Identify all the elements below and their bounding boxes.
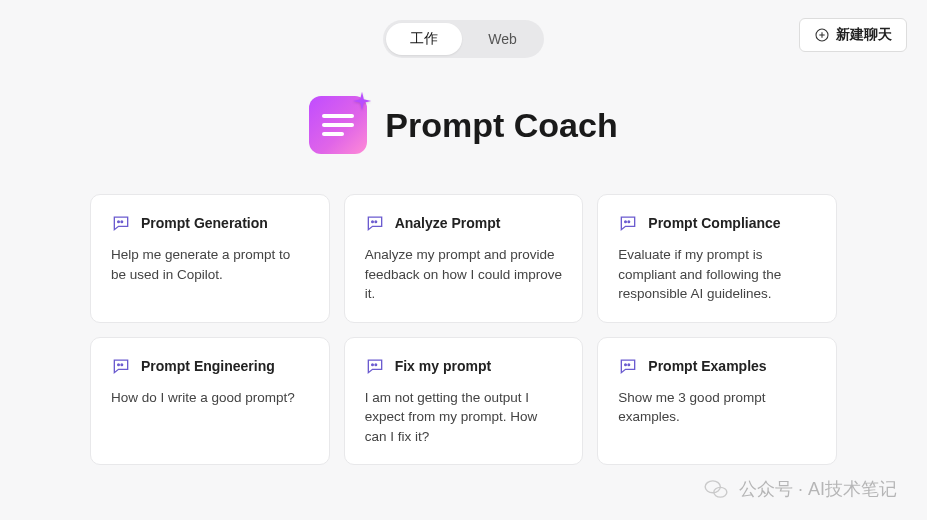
card-title: Prompt Examples bbox=[648, 358, 766, 374]
toggle-work[interactable]: 工作 bbox=[386, 23, 462, 55]
card-title: Analyze Prompt bbox=[395, 215, 501, 231]
header: 工作 Web 新建聊天 bbox=[0, 0, 927, 68]
svg-point-12 bbox=[375, 364, 377, 366]
svg-point-4 bbox=[121, 221, 123, 223]
svg-point-11 bbox=[371, 364, 373, 366]
card-title: Fix my prompt bbox=[395, 358, 491, 374]
card-desc: Analyze my prompt and provide feedback o… bbox=[365, 245, 563, 304]
card-title: Prompt Engineering bbox=[141, 358, 275, 374]
prompt-cards-grid: Prompt Generation Help me generate a pro… bbox=[0, 194, 927, 465]
watermark-text: 公众号 · AI技术笔记 bbox=[739, 477, 897, 501]
source-toggle: 工作 Web bbox=[383, 20, 544, 58]
page-title: Prompt Coach bbox=[385, 106, 617, 145]
chat-icon bbox=[111, 356, 131, 376]
svg-point-14 bbox=[628, 364, 630, 366]
plus-circle-icon bbox=[814, 27, 830, 43]
sparkle-icon bbox=[351, 90, 373, 112]
svg-point-9 bbox=[118, 364, 120, 366]
card-desc: How do I write a good prompt? bbox=[111, 388, 309, 408]
chat-icon bbox=[365, 213, 385, 233]
card-prompt-examples[interactable]: Prompt Examples Show me 3 good prompt ex… bbox=[597, 337, 837, 466]
card-fix-my-prompt[interactable]: Fix my prompt I am not getting the outpu… bbox=[344, 337, 584, 466]
card-prompt-generation[interactable]: Prompt Generation Help me generate a pro… bbox=[90, 194, 330, 323]
chat-icon bbox=[618, 356, 638, 376]
toggle-web[interactable]: Web bbox=[464, 23, 541, 55]
svg-point-8 bbox=[628, 221, 630, 223]
card-desc: Show me 3 good prompt examples. bbox=[618, 388, 816, 427]
chat-icon bbox=[111, 213, 131, 233]
chat-icon bbox=[618, 213, 638, 233]
card-prompt-engineering[interactable]: Prompt Engineering How do I write a good… bbox=[90, 337, 330, 466]
watermark: 公众号 · AI技术笔记 bbox=[703, 476, 897, 502]
card-title: Prompt Generation bbox=[141, 215, 268, 231]
svg-point-15 bbox=[705, 481, 720, 493]
card-desc: Evaluate if my prompt is compliant and f… bbox=[618, 245, 816, 304]
card-prompt-compliance[interactable]: Prompt Compliance Evaluate if my prompt … bbox=[597, 194, 837, 323]
new-chat-label: 新建聊天 bbox=[836, 26, 892, 44]
svg-point-3 bbox=[118, 221, 120, 223]
svg-point-6 bbox=[375, 221, 377, 223]
chat-icon bbox=[365, 356, 385, 376]
card-desc: Help me generate a prompt to be used in … bbox=[111, 245, 309, 284]
card-analyze-prompt[interactable]: Analyze Prompt Analyze my prompt and pro… bbox=[344, 194, 584, 323]
svg-point-10 bbox=[121, 364, 123, 366]
svg-point-7 bbox=[625, 221, 627, 223]
wechat-icon bbox=[703, 476, 729, 502]
app-logo bbox=[309, 96, 367, 154]
card-desc: I am not getting the output I expect fro… bbox=[365, 388, 563, 447]
hero: Prompt Coach bbox=[0, 96, 927, 154]
svg-point-13 bbox=[625, 364, 627, 366]
svg-point-5 bbox=[371, 221, 373, 223]
card-title: Prompt Compliance bbox=[648, 215, 780, 231]
new-chat-button[interactable]: 新建聊天 bbox=[799, 18, 907, 52]
